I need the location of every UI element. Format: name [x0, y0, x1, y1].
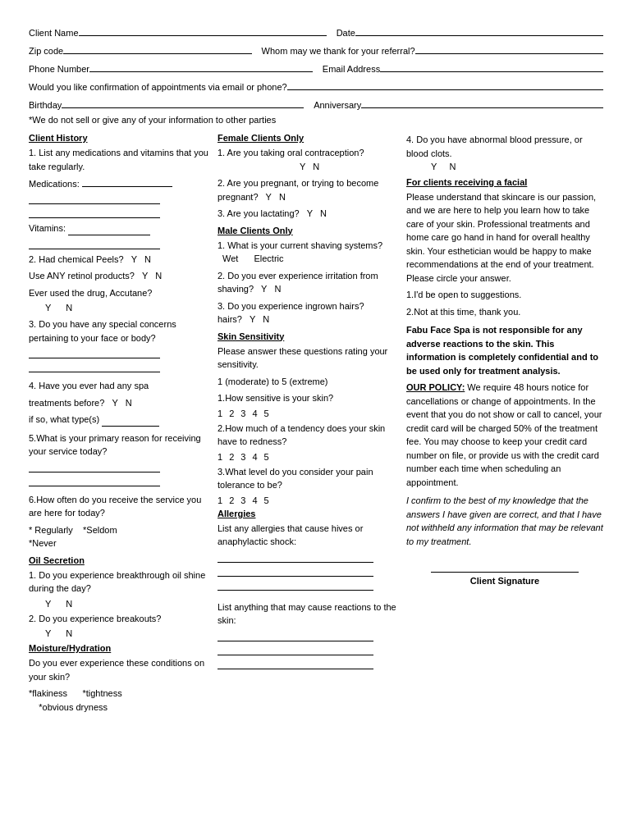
client-name-row: Client Name Date [29, 25, 603, 38]
phone-label: Phone Number [29, 64, 89, 74]
privacy-note: *We do not sell or give any of your info… [29, 115, 603, 125]
facial-q2: 2.Not at this time, thank you. [406, 305, 603, 319]
moisture-text: Do you ever experience these conditions … [29, 656, 209, 683]
policy-section: OUR POLICY: We require 48 hours notice f… [406, 381, 603, 489]
item2c: Ever used the drug, Accutane? [29, 286, 209, 300]
oil-title: Oil Secretion [29, 555, 209, 565]
allergies-text: List any allergies that cause hives or a… [218, 522, 398, 549]
confirmation-label: Would you like confirmation of appointme… [29, 82, 287, 92]
item2c-yn: YN [45, 303, 209, 313]
not-responsible: Fabu Face Spa is not responsible for any… [406, 323, 603, 377]
item4b: treatments before? Y N [29, 396, 209, 410]
facial-title: For clients receiving a facial [406, 177, 603, 187]
main-content: Client History 1. List any medications a… [29, 133, 603, 717]
vitamins-label: Vitamins: [29, 221, 209, 235]
f3: 3. Are you lactating? Y N [218, 207, 398, 221]
moisture-title: Moisture/Hydration [29, 643, 209, 653]
birthday-field[interactable] [62, 97, 304, 108]
f2: 2. Are you pregnant, or trying to become… [218, 176, 398, 203]
referral-field[interactable] [415, 43, 603, 54]
client-history-title: Client History [29, 133, 209, 143]
scale-q1: 12345 [218, 409, 398, 418]
scale-q2: 12345 [218, 452, 398, 462]
skin-intro: Please answer these questions rating you… [218, 345, 398, 372]
item2a: 2. Had chemical Peels? Y N [29, 253, 209, 267]
item5-field-2[interactable] [29, 476, 160, 486]
confirmation-field[interactable] [287, 79, 603, 90]
medications-label: Medications: [29, 176, 209, 190]
phone-field[interactable] [89, 61, 313, 72]
item4c: if so, what type(s) [29, 413, 209, 427]
item4-text: 4. Do you have abnormal blood pressure, … [406, 133, 603, 174]
scale-label: 1 (moderate) to 5 (extreme) [218, 375, 398, 389]
facial-p1: Please understand that skincare is our p… [406, 190, 603, 285]
skin-q3: 3.What level do you consider your pain t… [218, 465, 398, 492]
oil1: 1. Do you experience breakthrough oil sh… [29, 568, 209, 596]
email-label: Email Address [323, 64, 380, 74]
allergy-field-1[interactable] [218, 552, 373, 563]
item3-field-2[interactable] [29, 362, 160, 372]
female-title: Female Clients Only [218, 133, 398, 143]
scale-q3: 12345 [218, 495, 398, 505]
item3: 3. Do you have any special concerns pert… [29, 317, 209, 345]
sig-field[interactable] [431, 556, 579, 573]
zip-label: Zip code [29, 46, 63, 56]
item5: 5.What is your primary reason for receiv… [29, 431, 209, 459]
reaction-field-3[interactable] [218, 659, 373, 669]
allergy-field-2[interactable] [218, 566, 373, 577]
oil1-yn: YN [45, 599, 209, 609]
confirmation-row: Would you like confirmation of appointme… [29, 79, 603, 92]
reactions-label: List anything that may cause reactions t… [218, 600, 398, 628]
male-title: Male Clients Only [218, 226, 398, 235]
reaction-field-2[interactable] [218, 645, 373, 655]
skin-q2: 2.How much of a tendency does your skin … [218, 422, 398, 449]
zip-row: Zip code Whom may we thank for your refe… [29, 43, 603, 56]
anniversary-label: Anniversary [314, 100, 361, 110]
referral-label: Whom may we thank for your referral? [262, 46, 415, 56]
skin-title: Skin Sensitivity [218, 331, 398, 341]
facial-q1: 1.I'd be open to suggestions. [406, 288, 603, 302]
medications-field-1[interactable] [29, 194, 160, 204]
vitamins-field[interactable] [29, 239, 160, 249]
signature-section: Client Signature [406, 556, 603, 591]
header-section: Client Name Date Zip code Whom may we th… [29, 25, 603, 125]
item5-field-1[interactable] [29, 462, 160, 472]
m3: 3. Do you experience ingrown hairs? hair… [218, 299, 398, 326]
oil2: 2. Do you experience breakouts? [29, 612, 209, 626]
date-field[interactable] [355, 25, 603, 36]
f1: 1. Are you taking oral contraception? Y … [218, 146, 398, 173]
anniversary-field[interactable] [361, 97, 603, 108]
allergy-field-3[interactable] [218, 580, 373, 591]
m1: 1. What is your current shaving systems?… [218, 239, 398, 266]
client-name-label: Client Name [29, 28, 79, 38]
item3-field-1[interactable] [29, 348, 160, 358]
date-label: Date [337, 28, 355, 38]
item6: 6.How often do you receive the service y… [29, 493, 209, 520]
skin-q1: 1.How sensitive is your skin? [218, 391, 398, 405]
right-column: 4. Do you have abnormal blood pressure, … [406, 133, 603, 717]
birthday-label: Birthday [29, 100, 62, 110]
mid-column: Female Clients Only 1. Are you taking or… [218, 133, 406, 717]
item1-text: 1. List any medications and vitamins tha… [29, 146, 209, 173]
item6-options: * Regularly *Seldom *Never [29, 523, 209, 550]
skin-conditions: *flakiness *tightness *obvious dryness [29, 687, 209, 714]
confirm-text: I confirm to the best of my knowledge th… [406, 494, 603, 548]
item4a: 4. Have you ever had any spa [29, 379, 209, 393]
reaction-field-1[interactable] [218, 631, 373, 641]
oil2-yn: YN [45, 628, 209, 638]
zip-field[interactable] [63, 43, 251, 54]
sig-label: Client Signature [470, 574, 539, 588]
allergies-title: Allergies [218, 509, 398, 518]
client-name-field[interactable] [79, 25, 327, 36]
item2b: Use ANY retinol products? Y N [29, 269, 209, 283]
email-field[interactable] [380, 61, 603, 72]
left-column: Client History 1. List any medications a… [29, 133, 218, 717]
medications-field-2[interactable] [29, 208, 160, 218]
m2: 2. Do you ever experience irritation fro… [218, 269, 398, 296]
phone-row: Phone Number Email Address [29, 61, 603, 74]
birthday-row: Birthday Anniversary [29, 97, 603, 110]
